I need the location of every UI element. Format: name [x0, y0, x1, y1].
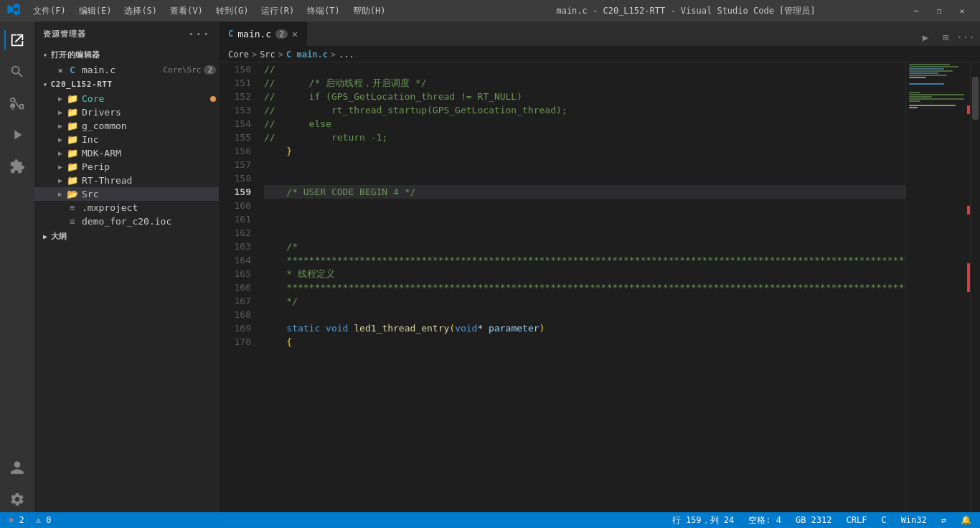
platform[interactable]: Win32	[898, 515, 930, 525]
folder-mdk-arm[interactable]: ▶ 📁 MDK-ARM	[34, 146, 219, 160]
code-line-154: // else	[264, 117, 905, 131]
folder-inc[interactable]: ▶ 📁 Inc	[34, 133, 219, 146]
breadcrumb-core[interactable]: Core	[228, 50, 249, 60]
warning-count[interactable]: ⚠ 0	[33, 515, 55, 525]
file-mxproject[interactable]: ▶ ≡ .mxproject	[34, 201, 219, 214]
activity-explorer[interactable]	[4, 27, 30, 53]
project-label: C20_L152-RTT	[51, 80, 113, 89]
project-arrow: ▾	[43, 80, 48, 88]
folder-src[interactable]: ▶ 📂 Src	[34, 187, 219, 201]
open-editors-section[interactable]: ▾ 打开的编辑器	[34, 47, 219, 63]
tab-c-icon: C	[228, 29, 233, 39]
minimap[interactable]	[905, 62, 970, 512]
minimap-line	[909, 83, 944, 85]
notification-bell[interactable]: 🔔	[958, 515, 974, 525]
code-line-157	[264, 158, 905, 171]
file-demo-ioc[interactable]: ▶ ≡ demo_for_c20.ioc	[34, 214, 219, 228]
folder-drivers-label: Drivers	[82, 107, 219, 118]
menu-terminal[interactable]: 终端(T)	[301, 4, 346, 19]
demo-ioc-spacer: ▶	[55, 217, 66, 225]
rt-thread-arrow: ▶	[55, 176, 66, 184]
run-button[interactable]: ▶	[917, 29, 934, 46]
outline-section[interactable]: ▶ 大纲	[34, 228, 219, 245]
activity-source-control[interactable]	[4, 90, 30, 116]
close-icon[interactable]: ✕	[55, 65, 66, 75]
sidebar-more-button[interactable]: ···	[187, 27, 210, 41]
folder-drivers[interactable]: ▶ 📁 Drivers	[34, 105, 219, 119]
folder-icon: 📁	[66, 161, 79, 172]
code-line-161	[264, 212, 905, 226]
tab-modified-count: 2	[275, 29, 288, 39]
error-count[interactable]: ⊗ 2	[6, 515, 27, 525]
line-endings[interactable]: CRLF	[844, 515, 870, 525]
activity-extensions[interactable]	[4, 154, 30, 179]
line-num-166: 166	[220, 280, 251, 294]
close-button[interactable]: ✕	[951, 4, 973, 18]
folder-open-icon: 📂	[66, 189, 79, 199]
menu-edit[interactable]: 编辑(E)	[73, 4, 118, 19]
tab-close-button[interactable]: ✕	[292, 29, 298, 39]
code-line-155: // return -1;	[264, 131, 905, 144]
code-line-152: // if (GPS_GetLocation_thread != RT_NULL…	[264, 90, 905, 103]
status-bar-right: 行 159，列 24 空格: 4 GB 2312 CRLF C Win32 ⇄ …	[669, 514, 974, 527]
folder-icon: 📁	[66, 175, 79, 186]
folder-icon: 📁	[66, 121, 79, 131]
scrollbar-track[interactable]	[970, 62, 980, 512]
sidebar-title: 资源管理器	[43, 29, 85, 39]
code-area[interactable]: // // /* 启动线程，开启调度 */ // if (GPS_GetLoca…	[257, 62, 905, 512]
minimap-line	[909, 77, 926, 78]
remote-icon[interactable]: ⇄	[938, 515, 949, 525]
tab-main-c[interactable]: C main.c 2 ✕	[220, 22, 307, 46]
open-file-main-c[interactable]: ✕ C main.c Core\Src 2	[34, 63, 219, 77]
restore-button[interactable]: ❐	[928, 4, 950, 18]
mdk-arrow: ▶	[55, 149, 66, 157]
line-num-155: 155	[220, 131, 251, 144]
project-section[interactable]: ▾ C20_L152-RTT	[34, 77, 219, 92]
folder-icon: 📁	[66, 93, 79, 104]
more-actions-button[interactable]: ···	[957, 29, 974, 46]
line-num-154: 154	[220, 117, 251, 131]
scrollbar-thumb[interactable]	[972, 77, 979, 120]
code-line-159: /* USER CODE BEGIN 4 */	[264, 185, 905, 199]
minimap-line	[909, 66, 958, 67]
indent-spaces[interactable]: 空格: 4	[745, 514, 784, 527]
activity-search[interactable]	[4, 59, 30, 85]
line-num-160: 160	[220, 199, 251, 212]
warning-icon: ⚠	[36, 515, 41, 525]
activity-account[interactable]	[4, 455, 30, 481]
split-editor-button[interactable]: ⊞	[937, 29, 954, 46]
code-line-164: ****************************************…	[264, 253, 905, 267]
breadcrumb: Core > Src > C main.c > ...	[220, 47, 980, 62]
folder-core[interactable]: ▶ 📁 Core	[34, 92, 219, 105]
mxproject-label: .mxproject	[82, 202, 219, 213]
open-file-path: Core\Src	[163, 65, 201, 75]
minimize-button[interactable]: ─	[905, 4, 927, 18]
open-file-badge: 2	[204, 65, 216, 75]
error-icon: ⊗	[9, 515, 14, 525]
encoding[interactable]: GB 2312	[793, 515, 835, 525]
menu-view[interactable]: 查看(V)	[164, 4, 209, 19]
folder-perip[interactable]: ▶ 📁 Perip	[34, 160, 219, 174]
breadcrumb-src[interactable]: Src	[260, 50, 275, 60]
editor-with-tabs: C main.c 2 ✕ ▶ ⊞ ··· Core > Src > C main…	[220, 22, 980, 512]
language-mode[interactable]: C	[878, 515, 889, 525]
menu-goto[interactable]: 转到(G)	[210, 4, 255, 19]
activity-settings[interactable]	[4, 486, 30, 512]
minimap-line	[909, 70, 953, 72]
folder-g-common[interactable]: ▶ 📁 g_common	[34, 119, 219, 133]
menu-select[interactable]: 选择(S)	[118, 4, 163, 19]
line-num-162: 162	[220, 226, 251, 240]
app-body: 资源管理器 ··· ▾ 打开的编辑器 ✕ C main.c Core\Src 2…	[0, 22, 980, 512]
cursor-position[interactable]: 行 159，列 24	[669, 514, 738, 527]
outline-arrow: ▶	[43, 232, 48, 240]
folder-rt-thread[interactable]: ▶ 📁 RT-Thread	[34, 174, 219, 187]
breadcrumb-symbol[interactable]: ...	[339, 50, 354, 60]
minimap-line	[909, 98, 964, 100]
open-editors-arrow: ▾	[43, 51, 48, 59]
activity-run[interactable]	[4, 122, 30, 148]
menu-run[interactable]: 运行(R)	[255, 4, 300, 19]
menu-file[interactable]: 文件(F)	[27, 4, 72, 19]
tab-actions: ▶ ⊞ ···	[917, 29, 980, 46]
breadcrumb-file[interactable]: C main.c	[286, 50, 328, 60]
menu-help[interactable]: 帮助(H)	[347, 4, 392, 19]
